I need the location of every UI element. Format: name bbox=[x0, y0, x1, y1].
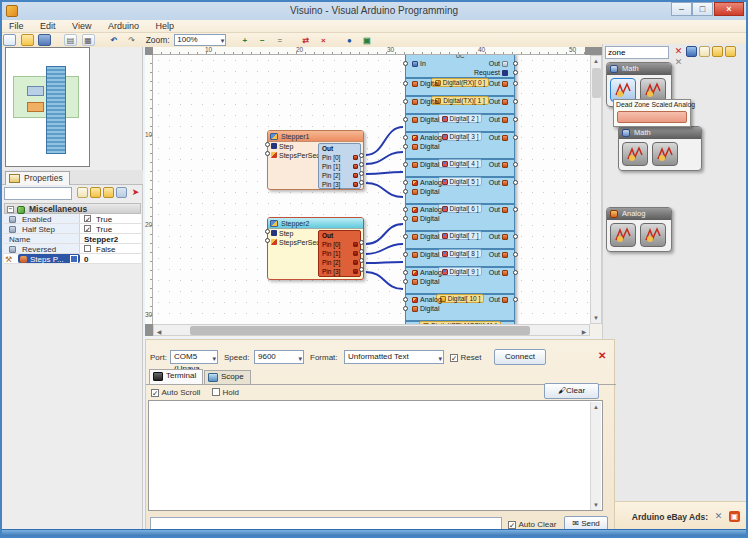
scroll-up-icon[interactable]: ▲ bbox=[591, 402, 601, 412]
checkbox-checked[interactable]: ✓ bbox=[84, 215, 91, 222]
minimize-button[interactable]: – bbox=[671, 2, 692, 16]
collapse-icon[interactable]: − bbox=[7, 206, 14, 213]
tab-properties[interactable]: Properties bbox=[5, 171, 70, 185]
pin-icon[interactable]: ➤ bbox=[130, 187, 141, 198]
checkbox-unchecked[interactable] bbox=[84, 245, 91, 252]
canvas-horizontal-scrollbar[interactable]: ◀ ▶ bbox=[153, 324, 590, 336]
stepper2-component[interactable]: Stepper2 Step StepsPerSecond Out Pin [0]… bbox=[267, 217, 364, 280]
format-select[interactable]: Unformatted Text▾ bbox=[344, 350, 444, 364]
pin-connector[interactable] bbox=[513, 162, 518, 167]
clear-button[interactable]: 🖌Clear bbox=[544, 383, 599, 399]
auto-clear-checkbox[interactable]: ✓ Auto Clear bbox=[508, 519, 556, 529]
clear-search-icon[interactable]: ✕ bbox=[673, 46, 684, 57]
save-button[interactable] bbox=[38, 34, 51, 46]
speed-select[interactable]: 9600▾ bbox=[254, 350, 304, 364]
pin-connector[interactable] bbox=[403, 306, 408, 311]
pin-connector[interactable] bbox=[513, 270, 518, 275]
refresh-button[interactable]: ⇄ bbox=[299, 34, 312, 46]
pin-connector[interactable] bbox=[513, 234, 518, 239]
undo-button[interactable]: ↶ bbox=[108, 34, 121, 46]
component-tile[interactable] bbox=[622, 142, 648, 166]
new-file-button[interactable] bbox=[3, 34, 16, 46]
expand-editor-icon[interactable] bbox=[70, 255, 78, 263]
pin-connector[interactable] bbox=[403, 279, 408, 284]
help-icon[interactable]: ● bbox=[343, 34, 356, 46]
properties-search-input[interactable] bbox=[4, 187, 72, 200]
scroll-left-icon[interactable]: ◀ bbox=[154, 327, 164, 337]
scroll-right-icon[interactable]: ▶ bbox=[579, 327, 589, 337]
category-header-math[interactable]: Math bbox=[607, 63, 671, 75]
collapse-categories-icon[interactable] bbox=[712, 46, 723, 57]
zoom-select[interactable]: 100%▾ bbox=[174, 34, 226, 46]
pin-connector[interactable] bbox=[403, 117, 408, 122]
pin-connector[interactable] bbox=[403, 252, 408, 257]
pin-connector[interactable] bbox=[359, 249, 364, 254]
component-tile[interactable] bbox=[610, 223, 636, 247]
close-button[interactable]: × bbox=[714, 2, 744, 16]
open-button[interactable] bbox=[21, 34, 34, 46]
pin-connector[interactable] bbox=[359, 153, 364, 158]
ad-settings-icon[interactable]: ✕ bbox=[713, 511, 724, 522]
ad-close-icon[interactable]: ▣ bbox=[729, 511, 740, 522]
scrollbar-thumb[interactable] bbox=[592, 68, 601, 98]
pin-connector[interactable] bbox=[265, 151, 270, 156]
pin-connector[interactable] bbox=[403, 61, 408, 66]
canvas-vertical-scrollbar[interactable]: ▲ ▼ bbox=[590, 55, 602, 324]
gallery-icon[interactable]: ▣ bbox=[360, 34, 373, 46]
maximize-button[interactable]: □ bbox=[692, 2, 713, 16]
category-header-analog[interactable]: Analog bbox=[607, 208, 671, 220]
scroll-up-icon[interactable]: ▲ bbox=[591, 56, 601, 66]
property-row-reversed[interactable]: Reversed False bbox=[4, 244, 141, 254]
pin-connector[interactable] bbox=[403, 162, 408, 167]
connect-button[interactable]: Connect bbox=[494, 349, 546, 365]
pin-connector[interactable] bbox=[513, 207, 518, 212]
toggle-panels-button[interactable]: ▤ bbox=[64, 34, 77, 46]
hold-checkbox[interactable]: Hold bbox=[212, 387, 239, 397]
comments-icon[interactable] bbox=[699, 46, 710, 57]
pin-connector[interactable] bbox=[359, 171, 364, 176]
tab-terminal[interactable]: Terminal bbox=[149, 369, 203, 384]
filter-icon[interactable] bbox=[686, 46, 697, 57]
pin-connector[interactable] bbox=[513, 117, 518, 122]
filter-icon[interactable] bbox=[77, 187, 88, 198]
disconnect-icon[interactable]: ✕ bbox=[598, 350, 606, 361]
property-row-enabled[interactable]: Enabled ✓ True bbox=[4, 214, 141, 224]
menu-help[interactable]: Help bbox=[148, 20, 181, 32]
pin-connector[interactable] bbox=[265, 238, 270, 243]
category-header-math[interactable]: Math bbox=[619, 127, 701, 139]
terminal-output[interactable]: ▲ ▼ bbox=[148, 400, 603, 511]
expand-categories-icon[interactable] bbox=[725, 46, 736, 57]
pin-connector[interactable] bbox=[359, 180, 364, 185]
pin-connector[interactable] bbox=[513, 61, 518, 66]
settings-wrench-icon[interactable]: ✕ bbox=[673, 57, 684, 68]
arrange-icon[interactable] bbox=[116, 187, 127, 198]
component-tile[interactable] bbox=[640, 223, 666, 247]
menu-arduino[interactable]: Arduino bbox=[101, 20, 146, 32]
overview-preview[interactable] bbox=[5, 47, 90, 167]
pin-connector[interactable] bbox=[513, 70, 518, 75]
reset-checkbox[interactable]: ✓ Reset bbox=[450, 352, 481, 362]
stepper1-component[interactable]: Stepper1 Step StepsPerSecond Out Pin [0]… bbox=[267, 130, 364, 190]
scrollbar-thumb[interactable] bbox=[190, 326, 530, 335]
scroll-down-icon[interactable]: ▼ bbox=[591, 313, 601, 323]
pin-connector[interactable] bbox=[403, 297, 408, 302]
scroll-down-icon[interactable]: ▼ bbox=[591, 500, 601, 510]
pin-connector[interactable] bbox=[513, 180, 518, 185]
pin-connector[interactable] bbox=[403, 135, 408, 140]
pin-connector[interactable] bbox=[359, 162, 364, 167]
zoom-fit-button[interactable]: = bbox=[273, 34, 286, 46]
pin-connector[interactable] bbox=[513, 135, 518, 140]
pin-connector[interactable] bbox=[265, 142, 270, 147]
property-row-half-step[interactable]: Half Step ✓ True bbox=[4, 224, 141, 234]
pin-connector[interactable] bbox=[403, 81, 408, 86]
arduino-board-component[interactable]: UC InOut Request Digital(RX)[ 0 ] Digita… bbox=[405, 55, 515, 324]
property-row-name[interactable]: Name Stepper2 bbox=[4, 234, 141, 244]
pin-connector[interactable] bbox=[403, 189, 408, 194]
tab-scope[interactable]: Scope bbox=[204, 370, 251, 384]
pin-connector[interactable] bbox=[403, 180, 408, 185]
pin-connector[interactable] bbox=[403, 216, 408, 221]
pin-connector[interactable] bbox=[359, 267, 364, 272]
toggle-grid-button[interactable]: ▦ bbox=[82, 34, 95, 46]
pin-connector[interactable] bbox=[513, 81, 518, 86]
pin-connector[interactable] bbox=[513, 252, 518, 257]
